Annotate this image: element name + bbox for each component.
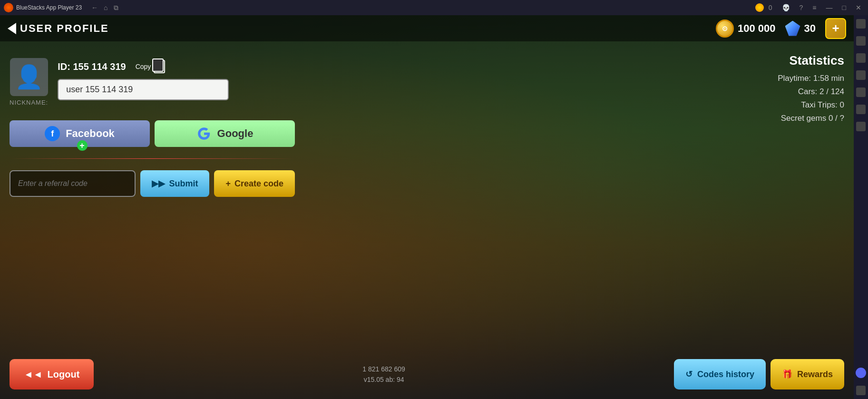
taxi-trips-stat: Taxi Trips: 0 bbox=[721, 100, 844, 110]
referral-section: ▶▶ Submit + Create code bbox=[10, 170, 295, 197]
titlebar-coin-icon bbox=[755, 3, 764, 12]
app-title: BlueStacks App Player 23 bbox=[16, 4, 82, 11]
avatar-container: 👤 NICKNAME: bbox=[10, 58, 48, 106]
google-button[interactable]: Google bbox=[155, 120, 295, 147]
titlebar-controls: 0 💀 ? ≡ — □ ✕ bbox=[755, 3, 864, 12]
diamond-amount: 30 bbox=[804, 22, 816, 35]
secret-gems-stat: Secret gems 0 / ? bbox=[721, 114, 844, 123]
create-code-icon: + bbox=[225, 179, 231, 189]
rewards-icon: 🎁 bbox=[782, 369, 792, 380]
sidebar-icon-6[interactable] bbox=[856, 105, 866, 114]
nickname-label: NICKNAME: bbox=[10, 99, 48, 106]
content-area: 👤 NICKNAME: ID: 155 114 319 Copy bbox=[0, 44, 854, 399]
statistics-title: Statistics bbox=[721, 53, 844, 68]
home-nav-icon[interactable]: ⌂ bbox=[104, 4, 107, 11]
facebook-label: Facebook bbox=[66, 127, 115, 140]
user-id: ID: 155 114 319 bbox=[58, 61, 126, 72]
menu-icon[interactable]: ≡ bbox=[809, 3, 819, 12]
titlebar-nav: ← ⌂ ⧉ bbox=[91, 4, 118, 12]
submit-button[interactable]: ▶▶ Submit bbox=[140, 170, 209, 197]
social-buttons: f Facebook + Google bbox=[10, 120, 295, 147]
bottom-area: ◄◄ Logout 1 821 682 609 v15.05 ab: 94 ↺ … bbox=[10, 359, 844, 389]
left-panel: 👤 NICKNAME: ID: 155 114 319 Copy bbox=[10, 53, 295, 389]
currency-area: ⊙ 100 000 30 + bbox=[716, 18, 846, 39]
minimize-button[interactable]: — bbox=[823, 3, 836, 12]
facebook-icon: f bbox=[45, 126, 60, 141]
logout-icon: ◄◄ bbox=[24, 369, 43, 380]
id-row: ID: 155 114 319 Copy bbox=[58, 60, 295, 73]
submit-icon: ▶▶ bbox=[152, 178, 165, 189]
copy-label: Copy bbox=[136, 63, 151, 70]
maximize-button[interactable]: □ bbox=[839, 3, 849, 12]
divider bbox=[10, 158, 295, 159]
diamond-icon bbox=[785, 21, 800, 36]
avatar-figure-icon: 👤 bbox=[15, 66, 43, 88]
page-title: USER PROFILE bbox=[20, 22, 109, 35]
create-code-label: Create code bbox=[234, 179, 283, 189]
back-arrow-icon bbox=[8, 23, 16, 34]
titlebar-coin-count: 0 bbox=[766, 3, 775, 12]
version-line1: 1 821 682 609 bbox=[362, 364, 405, 374]
bluestacks-logo bbox=[4, 3, 13, 12]
copy-icon bbox=[154, 60, 165, 73]
version-line2: v15.05 ab: 94 bbox=[362, 374, 405, 385]
gold-display: ⊙ 100 000 bbox=[716, 19, 776, 38]
avatar: 👤 bbox=[10, 58, 48, 96]
game-ui: USER PROFILE ⊙ 100 000 30 + 👤 NICK bbox=[0, 15, 854, 399]
sidebar-icon-7[interactable] bbox=[856, 122, 866, 131]
logout-label: Logout bbox=[48, 369, 80, 380]
top-bar: USER PROFILE ⊙ 100 000 30 + bbox=[0, 15, 854, 41]
back-nav-icon[interactable]: ← bbox=[91, 4, 98, 11]
copy-nav-icon[interactable]: ⧉ bbox=[114, 4, 118, 12]
sidebar-icon-3[interactable] bbox=[856, 53, 866, 63]
sidebar-icon-5[interactable] bbox=[856, 88, 866, 97]
sidebar-icon-4[interactable] bbox=[856, 70, 866, 80]
codes-history-label: Codes history bbox=[697, 370, 754, 380]
logout-button[interactable]: ◄◄ Logout bbox=[10, 359, 94, 389]
cars-stat: Cars: 2 / 124 bbox=[721, 87, 844, 97]
codes-history-button[interactable]: ↺ Codes history bbox=[674, 359, 766, 389]
google-icon bbox=[196, 126, 212, 141]
profile-section: 👤 NICKNAME: ID: 155 114 319 Copy bbox=[10, 53, 295, 111]
rewards-button[interactable]: 🎁 Rewards bbox=[770, 359, 844, 389]
submit-label: Submit bbox=[169, 179, 198, 189]
google-label: Google bbox=[217, 127, 254, 140]
statistics-panel: Statistics Playtime: 1:58 min Cars: 2 / … bbox=[721, 53, 844, 127]
back-button[interactable]: USER PROFILE bbox=[8, 22, 109, 35]
plus-indicator-icon: + bbox=[77, 140, 88, 151]
copy-button[interactable]: Copy bbox=[136, 60, 166, 73]
profile-info: ID: 155 114 319 Copy bbox=[58, 58, 295, 100]
titlebar: BlueStacks App Player 23 ← ⌂ ⧉ 0 💀 ? ≡ —… bbox=[0, 0, 868, 15]
rewards-label: Rewards bbox=[797, 370, 833, 380]
referral-code-input[interactable] bbox=[10, 170, 136, 197]
right-sidebar bbox=[854, 15, 868, 399]
close-button[interactable]: ✕ bbox=[853, 3, 864, 12]
playtime-stat: Playtime: 1:58 min bbox=[721, 74, 844, 83]
diamond-display: 30 bbox=[785, 21, 816, 36]
version-info: 1 821 682 609 v15.05 ab: 94 bbox=[362, 364, 405, 385]
bottom-right-buttons: ↺ Codes history 🎁 Rewards bbox=[674, 359, 844, 389]
nickname-input[interactable] bbox=[58, 79, 229, 100]
codes-history-icon: ↺ bbox=[685, 369, 692, 380]
add-currency-button[interactable]: + bbox=[825, 18, 846, 39]
gold-amount: 100 000 bbox=[738, 22, 776, 35]
create-code-button[interactable]: + Create code bbox=[214, 170, 295, 197]
help-icon[interactable]: ? bbox=[797, 3, 806, 12]
skull-icon[interactable]: 💀 bbox=[779, 3, 793, 12]
gold-coin-icon: ⊙ bbox=[716, 19, 734, 38]
sidebar-icon-2[interactable] bbox=[856, 36, 866, 46]
facebook-button[interactable]: f Facebook + bbox=[10, 120, 150, 147]
sidebar-icon-8[interactable] bbox=[856, 386, 866, 395]
titlebar-coin-display: 0 bbox=[755, 3, 775, 12]
sidebar-icon-1[interactable] bbox=[856, 19, 866, 29]
discord-icon[interactable] bbox=[856, 368, 866, 378]
